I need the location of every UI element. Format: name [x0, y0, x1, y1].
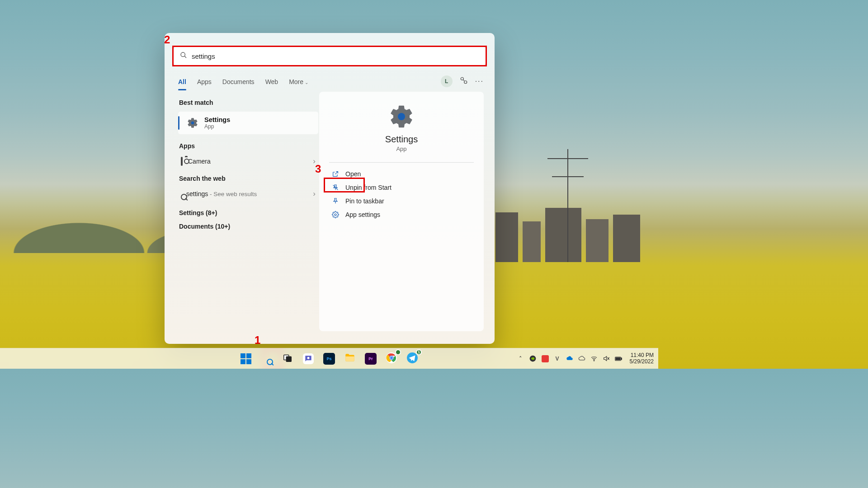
svg-point-13 — [390, 357, 393, 359]
search-input[interactable] — [192, 52, 479, 60]
app-photoshop[interactable]: Ps — [321, 351, 337, 367]
divider — [329, 162, 474, 163]
chat-icon — [303, 353, 314, 364]
tray-nvidia-icon[interactable] — [529, 355, 537, 362]
action-app-settings[interactable]: App settings — [329, 208, 474, 221]
svg-rect-9 — [286, 357, 291, 361]
clock-date: 5/29/2022 — [630, 359, 654, 365]
tab-web[interactable]: Web — [265, 76, 278, 87]
action-open[interactable]: Open — [329, 167, 474, 181]
filter-tabs: All Apps Documents Web More⌄ — [178, 76, 308, 87]
system-tray: ˄ V 11:40 PM 5/29/2022 — [517, 348, 654, 369]
app-premiere[interactable]: Pr — [363, 351, 379, 367]
camera-icon — [181, 158, 183, 165]
best-match-heading: Best match — [179, 99, 318, 106]
preview-pane: Settings App Open Unpin from Start Pin t… — [319, 92, 484, 331]
chevron-right-icon: › — [313, 157, 316, 166]
preview-title: Settings — [329, 134, 474, 145]
search-box[interactable] — [173, 47, 486, 66]
folder-icon — [344, 352, 356, 366]
best-match-subtitle: App — [204, 123, 230, 130]
notification-dot — [395, 349, 401, 355]
preview-subtitle: App — [329, 145, 474, 152]
svg-point-2 — [461, 77, 463, 80]
app-telegram[interactable]: 1 — [404, 351, 420, 367]
tray-app-red-icon[interactable] — [542, 355, 549, 362]
svg-point-3 — [464, 81, 467, 84]
chevron-right-icon: › — [313, 189, 316, 198]
action-app-settings-label: App settings — [345, 211, 380, 218]
tab-documents[interactable]: Documents — [222, 76, 255, 87]
search-icon — [180, 52, 187, 61]
svg-point-5 — [398, 113, 405, 120]
svg-rect-20 — [621, 358, 622, 360]
action-pin-taskbar[interactable]: Pin to taskbar — [329, 194, 474, 208]
photoshop-icon: Ps — [323, 353, 335, 365]
wallpaper-buildings — [486, 194, 658, 262]
result-web-label: settings - See web results — [186, 190, 257, 197]
more-options-icon[interactable]: ··· — [475, 77, 484, 85]
action-unpin-label: Unpin from Start — [345, 184, 392, 191]
tray-wifi-icon[interactable] — [590, 355, 598, 362]
task-view-icon — [283, 353, 292, 365]
tab-all[interactable]: All — [178, 76, 186, 87]
svg-line-1 — [184, 56, 186, 58]
task-view-button[interactable] — [279, 351, 296, 367]
rewards-icon[interactable] — [460, 76, 468, 86]
user-avatar[interactable]: L — [441, 75, 453, 87]
result-camera-label: Camera — [188, 158, 211, 165]
windows-logo-icon — [241, 353, 251, 364]
app-chrome[interactable] — [383, 351, 400, 367]
taskbar: Ps Pr 1 ˄ V — [0, 348, 658, 369]
tray-overflow-icon[interactable]: ˄ — [517, 355, 524, 362]
best-match-title: Settings — [204, 116, 230, 123]
search-flyout: All Apps Documents Web More⌄ L ··· Best … — [165, 33, 495, 344]
settings-gear-icon — [186, 117, 199, 129]
tray-onedrive-icon[interactable] — [566, 355, 573, 362]
svg-point-16 — [594, 361, 594, 361]
svg-point-10 — [307, 357, 310, 359]
result-documents-group[interactable]: Documents (10+) — [179, 223, 318, 230]
svg-rect-21 — [616, 357, 620, 360]
result-settings-group[interactable]: Settings (8+) — [179, 209, 318, 216]
action-pin-taskbar-label: Pin to taskbar — [345, 197, 384, 205]
search-web-heading: Search the web — [179, 175, 318, 182]
start-button[interactable] — [238, 351, 254, 367]
tray-battery-icon[interactable] — [615, 355, 622, 362]
flyout-top-right: L ··· — [441, 75, 484, 87]
result-camera[interactable]: Camera › — [178, 153, 318, 169]
tray-volume-icon[interactable] — [603, 355, 610, 362]
apps-heading: Apps — [179, 142, 318, 150]
result-web-search[interactable]: settings - See web results › — [178, 186, 318, 202]
preview-app-icon — [388, 103, 415, 130]
best-match-item[interactable]: Settings App — [178, 112, 318, 134]
action-open-label: Open — [345, 170, 361, 178]
tray-app-v-icon[interactable]: V — [554, 355, 561, 362]
tray-weather-icon[interactable] — [578, 355, 585, 362]
clock-time: 11:40 PM — [630, 352, 654, 359]
premiere-icon: Pr — [365, 353, 377, 365]
search-button[interactable] — [259, 351, 275, 367]
taskbar-clock[interactable]: 11:40 PM 5/29/2022 — [630, 352, 654, 365]
telegram-badge: 1 — [416, 349, 422, 355]
action-unpin-start[interactable]: Unpin from Start — [329, 181, 474, 194]
svg-point-4 — [191, 122, 194, 125]
svg-point-0 — [181, 52, 185, 56]
app-chat[interactable] — [300, 351, 316, 367]
tab-apps[interactable]: Apps — [197, 76, 212, 87]
chevron-down-icon: ⌄ — [305, 80, 308, 85]
app-file-explorer[interactable] — [342, 351, 358, 367]
taskbar-center: Ps Pr 1 — [238, 351, 420, 367]
tab-more[interactable]: More⌄ — [289, 76, 308, 87]
svg-point-7 — [335, 214, 336, 216]
results-left-column: Best match Settings App Apps Camera › Se… — [178, 99, 318, 234]
